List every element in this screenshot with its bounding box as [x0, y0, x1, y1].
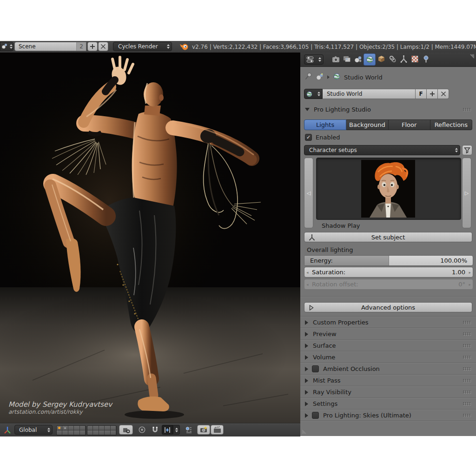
lock-to-scene-button[interactable]	[119, 425, 133, 435]
panel-mist-pass[interactable]: Mist Pass	[300, 374, 476, 386]
tab-world-icon-active[interactable]	[364, 53, 376, 66]
tab-render-camera-icon[interactable]	[330, 53, 341, 65]
browse-world-button[interactable]	[304, 89, 323, 99]
manipulator-axes-icon[interactable]	[1, 425, 13, 435]
panel-drag-grip[interactable]	[463, 344, 471, 347]
panel-pro-lighting-skies[interactable]: Pro Lighting: Skies (Ultimate)	[300, 409, 476, 421]
snap-target-icon[interactable]	[182, 425, 194, 435]
proportional-edit-icon[interactable]	[136, 425, 148, 435]
panel-drag-grip[interactable]	[463, 332, 471, 336]
new-world-button[interactable]	[427, 89, 438, 99]
engine-selector-arrows	[165, 44, 172, 49]
filter-button[interactable]	[462, 145, 472, 155]
tab-physics-icon[interactable]	[420, 53, 431, 65]
active-layer-dot	[58, 427, 60, 429]
tab-render-layers-icon[interactable]	[341, 53, 352, 65]
layer-grid-right[interactable]	[87, 425, 117, 436]
scene-icon[interactable]	[316, 73, 324, 82]
snap-magnet-icon[interactable]	[149, 425, 161, 435]
viewport-3d[interactable]: Model by Sergey Kudryavtsev artstation.c…	[0, 53, 300, 423]
tab-lights[interactable]: Lights	[304, 119, 346, 130]
unlink-world-button[interactable]	[438, 89, 449, 99]
rotation-offset-label: Rotation offset:	[312, 279, 358, 289]
tab-texture-icon[interactable]	[409, 53, 420, 65]
panel-drag-grip[interactable]	[463, 108, 471, 111]
collapsed-triangle-icon	[305, 413, 308, 418]
tab-reflections[interactable]: Reflections	[430, 119, 472, 130]
fake-user-button[interactable]: F	[416, 89, 427, 99]
panel-drag-grip[interactable]	[463, 367, 471, 370]
panel-custom-properties[interactable]: Custom Properties	[300, 316, 476, 328]
opengl-render-button[interactable]	[197, 425, 210, 435]
enabled-checkbox[interactable]: ✓	[305, 134, 312, 141]
cube-link-icon	[122, 426, 130, 434]
preset-preview-frame[interactable]	[316, 158, 461, 220]
panel-drag-grip[interactable]	[463, 390, 471, 394]
properties-header	[300, 53, 476, 67]
corner-resize-grip[interactable]	[301, 427, 309, 435]
render-engine-selector[interactable]: Cycles Render	[113, 42, 172, 51]
advanced-options-button[interactable]: Advanced options	[304, 302, 472, 312]
panel-drag-grip[interactable]	[463, 356, 471, 359]
panel-drag-grip[interactable]	[463, 379, 471, 382]
delete-scene-button[interactable]	[98, 42, 108, 51]
credit-model-text: Model by Sergey Kudryavtsev	[8, 400, 112, 409]
clapperboard-icon	[213, 426, 222, 434]
panel-drag-grip[interactable]	[463, 321, 471, 324]
energy-slider[interactable]: Energy: 100.00%	[304, 255, 473, 266]
close-icon	[100, 44, 106, 49]
scene-users-count[interactable]: 2	[76, 42, 86, 51]
pin-icon[interactable]	[304, 72, 312, 82]
panel-ray-visibility[interactable]: Ray Visibility	[300, 386, 476, 398]
setups-dropdown[interactable]: Character setups	[304, 145, 460, 155]
funnel-icon	[464, 147, 470, 153]
layer-grid-left[interactable]	[56, 425, 86, 436]
skies-checkbox[interactable]	[312, 412, 319, 419]
orientation-label: Global	[19, 427, 37, 433]
increase-arrow-icon[interactable]: ▸	[469, 267, 471, 277]
opengl-render-anim-button[interactable]	[211, 425, 224, 435]
camera-star-icon	[199, 426, 208, 434]
next-preset-button[interactable]: ▷	[462, 158, 471, 228]
tab-data-axes-icon[interactable]	[398, 53, 409, 65]
panel-header-pro-lighting-studio[interactable]: Pro Lighting Studio	[300, 106, 476, 113]
world-icon[interactable]	[333, 73, 341, 82]
preset-thumbnail-shadow-play	[361, 160, 415, 218]
scene-browse-selector[interactable]	[0, 42, 13, 51]
collapsed-triangle-icon	[305, 344, 308, 348]
prev-preset-button[interactable]: ◁	[304, 158, 313, 228]
set-subject-button[interactable]: Set subject	[304, 232, 472, 242]
saturation-field[interactable]: ◂ Saturation: 1.00 ▸	[304, 267, 473, 278]
panel-settings[interactable]: Settings	[300, 397, 476, 410]
editor-type-selector[interactable]	[304, 54, 324, 65]
decrease-arrow-icon[interactable]: ◂	[306, 267, 309, 277]
panel-volume[interactable]: Volume	[300, 351, 476, 363]
tab-scene-icon[interactable]	[352, 53, 364, 65]
orientation-selector[interactable]: Global	[14, 425, 53, 435]
tab-constraints-icon[interactable]	[387, 53, 398, 65]
viewport-header: Global	[0, 423, 300, 436]
scene-name-field[interactable]: Scene 2	[14, 42, 86, 51]
tab-background[interactable]: Background	[346, 119, 388, 130]
rotation-offset-field[interactable]: ◂ Rotation offset: 0° ▸	[304, 279, 473, 290]
panel-preview[interactable]: Preview	[300, 328, 476, 340]
breadcrumb-world-name: Studio World	[344, 74, 383, 81]
panel-surface[interactable]: Surface	[300, 339, 476, 351]
panel-drag-grip[interactable]	[463, 402, 471, 405]
new-scene-button[interactable]	[87, 42, 98, 51]
panel-ambient-occlusion[interactable]: Ambient Occlusion	[300, 363, 476, 375]
corner-resize-grip[interactable]	[468, 53, 475, 61]
section-divider	[300, 296, 476, 297]
scene-selector-arrows	[8, 44, 14, 49]
credit-url-text: artstation.com/artist/rokky	[8, 409, 112, 415]
world-name-field[interactable]: Studio World	[323, 89, 416, 99]
snap-element-button[interactable]	[162, 425, 173, 435]
ambient-occlusion-checkbox[interactable]	[312, 365, 319, 372]
increase-arrow-icon: ▸	[469, 279, 471, 289]
panel-expanded-icon	[305, 108, 310, 111]
tab-object-icon[interactable]	[376, 53, 387, 65]
panel-drag-grip[interactable]	[463, 414, 471, 417]
snap-element-arrows[interactable]	[173, 425, 180, 435]
tab-floor[interactable]: Floor	[389, 119, 430, 130]
properties-editor-icon	[306, 55, 315, 64]
